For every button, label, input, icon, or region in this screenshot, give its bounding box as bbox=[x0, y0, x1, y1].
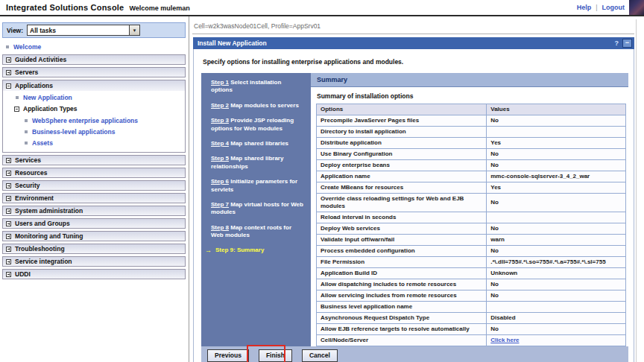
table-row: File Permission .*\.dll=755#.*\.so=755#.… bbox=[317, 257, 626, 268]
welcome-user-text: Welcome muleman bbox=[129, 4, 189, 12]
console-banner: Integrated Solutions Console Welcome mul… bbox=[0, 0, 644, 16]
panel-title: Install New Application bbox=[198, 39, 267, 47]
wizard-step-1[interactable]: Step 1 Select installation options bbox=[201, 75, 311, 98]
previous-button[interactable]: Previous bbox=[207, 349, 249, 362]
expand-icon[interactable] bbox=[6, 272, 11, 277]
breadcrumb: Cell=w2k3wasNode01Cell, Profile=AppSrv01 bbox=[192, 16, 634, 34]
sidebar-item-application-types[interactable]: Application Types bbox=[3, 103, 185, 115]
sidebar-item-welcome[interactable]: Welcome bbox=[2, 42, 186, 54]
expand-icon[interactable] bbox=[6, 247, 11, 252]
collapse-icon[interactable] bbox=[14, 107, 19, 112]
cancel-button[interactable]: Cancel bbox=[302, 349, 338, 362]
table-row: Deploy enterprise beans No bbox=[317, 160, 626, 171]
table-row: Reload interval in seconds bbox=[317, 212, 626, 223]
logout-link[interactable]: Logout bbox=[602, 4, 625, 11]
table-row: Asynchronous Request Dispatch Type Disab… bbox=[317, 313, 626, 324]
sidebar-section-applications-header[interactable]: Applications bbox=[3, 80, 185, 91]
sidebar-item-business-level-applications[interactable]: Business-level applications bbox=[3, 126, 185, 137]
expand-icon[interactable] bbox=[6, 234, 11, 239]
wizard-steps-panel: Step 1 Select installation options Step … bbox=[201, 73, 311, 346]
summary-title: Summary bbox=[311, 73, 628, 87]
sidebar-item-new-application[interactable]: New Application bbox=[3, 92, 185, 103]
expand-icon[interactable] bbox=[6, 183, 11, 188]
table-row: Precompile JavaServer Pages files No bbox=[317, 115, 626, 127]
table-row: Process embedded configuration No bbox=[317, 246, 626, 257]
table-row: Allow servicing includes from remote res… bbox=[317, 290, 626, 302]
work-area: Cell=w2k3wasNode01Cell, Profile=AppSrv01… bbox=[189, 16, 644, 362]
table-row: Deploy Web services No bbox=[317, 223, 626, 235]
wizard-step-3[interactable]: Step 3 Provide JSP reloading options for… bbox=[201, 113, 311, 136]
collapse-icon[interactable] bbox=[6, 83, 11, 89]
panel-minimize-icon[interactable]: − bbox=[622, 39, 632, 48]
sidebar-section-uddi[interactable]: UDDI bbox=[2, 269, 186, 279]
link-separator: | bbox=[596, 4, 597, 11]
table-row: Allow EJB reference targets to resolve a… bbox=[317, 324, 626, 335]
expand-icon[interactable] bbox=[6, 221, 11, 226]
view-selector-row: View: All tasks ▼ bbox=[2, 22, 186, 38]
table-row: Use Binary Configuration No bbox=[317, 149, 626, 160]
expand-icon[interactable] bbox=[6, 259, 11, 264]
summary-subtitle: Summary of installation options bbox=[316, 91, 626, 104]
view-select[interactable]: All tasks ▼ bbox=[27, 25, 140, 36]
summary-section: Summary Summary of installation options … bbox=[311, 73, 628, 346]
sidebar-section-service-integration[interactable]: Service integration bbox=[2, 256, 186, 267]
sidebar-section-environment[interactable]: Environment bbox=[2, 193, 186, 203]
table-row: Cell/Node/Server Click here bbox=[317, 335, 626, 346]
expand-icon[interactable] bbox=[6, 70, 11, 75]
click-here-link[interactable]: Click here bbox=[490, 337, 519, 343]
expand-icon[interactable] bbox=[6, 171, 11, 176]
wizard-step-4[interactable]: Step 4 Map shared libraries bbox=[201, 136, 311, 151]
wizard-button-bar: Previous Finish Cancel bbox=[201, 346, 628, 362]
console-title: Integrated Solutions Console bbox=[6, 3, 124, 12]
view-label: View: bbox=[7, 27, 23, 34]
help-link[interactable]: Help bbox=[577, 4, 592, 11]
table-row: Create MBeans for resources Yes bbox=[317, 182, 626, 194]
sidebar-section-applications: Applications New Application Application… bbox=[2, 80, 186, 153]
wizard-step-5[interactable]: Step 5 Map shared library relationships bbox=[201, 151, 311, 174]
current-step-arrow-icon: → bbox=[205, 247, 212, 255]
bullet-icon bbox=[25, 130, 28, 133]
wizard-step-9-current: → Step 9: Summary bbox=[201, 243, 311, 259]
sidebar-item-websphere-enterprise-applications[interactable]: WebSphere enterprise applications bbox=[3, 115, 185, 126]
sidebar-section-security[interactable]: Security bbox=[2, 180, 186, 191]
sidebar-section-services[interactable]: Services bbox=[2, 155, 186, 165]
navigation-sidebar: View: All tasks ▼ Welcome Guided Activit… bbox=[0, 16, 189, 362]
wizard-step-8[interactable]: Step 8 Map context roots for Web modules bbox=[201, 220, 311, 244]
sidebar-section-resources[interactable]: Resources bbox=[2, 168, 186, 178]
panel-titlebar: Install New Application ? − bbox=[193, 37, 634, 49]
dropdown-arrow-icon[interactable]: ▼ bbox=[129, 25, 139, 35]
sidebar-section-monitoring-and-tuning[interactable]: Monitoring and Tuning bbox=[2, 231, 186, 241]
values-column-header: Values bbox=[487, 104, 626, 115]
table-row: Directory to install application bbox=[317, 127, 626, 138]
sidebar-section-guided-activities[interactable]: Guided Activities bbox=[2, 54, 186, 65]
bullet-icon bbox=[25, 142, 28, 145]
table-row: Distribute application Yes bbox=[317, 138, 626, 149]
page-edge-divider bbox=[636, 19, 637, 362]
sidebar-item-assets[interactable]: Assets bbox=[3, 137, 185, 148]
bullet-icon bbox=[16, 96, 19, 99]
wizard-step-6[interactable]: Step 6 Initialize parameters for servlet… bbox=[201, 174, 311, 197]
expand-icon[interactable] bbox=[6, 196, 11, 201]
table-row: Business level application name bbox=[317, 302, 626, 313]
banner-graphic-image bbox=[629, 0, 644, 15]
bullet-icon bbox=[6, 45, 9, 48]
table-header-row: Options Values bbox=[317, 104, 626, 115]
sidebar-section-troubleshooting[interactable]: Troubleshooting bbox=[2, 244, 186, 254]
panel-help-icon[interactable]: ? bbox=[615, 39, 619, 47]
expand-icon[interactable] bbox=[6, 209, 11, 214]
expand-icon[interactable] bbox=[6, 57, 11, 63]
table-row: Validate Input off/warn/fail warn bbox=[317, 235, 626, 246]
wizard-step-2[interactable]: Step 2 Map modules to servers bbox=[201, 98, 311, 113]
table-row: Application name mmc-console-sqlserver-3… bbox=[317, 171, 626, 182]
table-row: Override class reloading settings for We… bbox=[317, 194, 626, 212]
bullet-icon bbox=[25, 119, 28, 122]
wizard-step-7[interactable]: Step 7 Map virtual hosts for Web modules bbox=[201, 197, 311, 220]
sidebar-section-system-administration[interactable]: System administration bbox=[2, 206, 186, 216]
sidebar-section-users-and-groups[interactable]: Users and Groups bbox=[2, 218, 186, 229]
options-column-header: Options bbox=[317, 104, 487, 115]
expand-icon[interactable] bbox=[6, 158, 11, 163]
sidebar-section-servers[interactable]: Servers bbox=[2, 67, 186, 77]
wizard-instruction: Specify options for installing enterpris… bbox=[201, 55, 628, 73]
table-row: Allow dispatching includes to remote res… bbox=[317, 279, 626, 290]
finish-button[interactable]: Finish bbox=[259, 349, 292, 362]
